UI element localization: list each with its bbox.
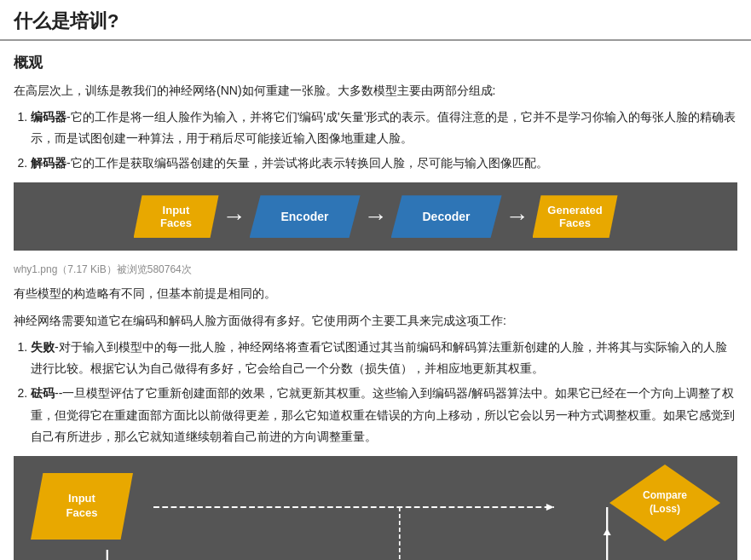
file-info: why1.png（7.17 KiB）被浏览580764次 — [0, 259, 751, 280]
svg-marker-9 — [546, 504, 554, 511]
encoder-item: 编码器-它的工作是将一组人脸作为输入，并将它们'编码'成'矢量'形式的表示。值得… — [31, 107, 737, 149]
loss-label: 失败 — [31, 340, 55, 354]
input-faces-label: Input Faces — [160, 204, 192, 230]
intro-text: 在高层次上，训练是教我们的神经网络(NN)如何重建一张脸。大多数模型主要由两部分… — [0, 81, 751, 101]
section2-text: 神经网络需要知道它在编码和解码人脸方面做得有多好。它使用两个主要工具来完成这项工… — [0, 311, 751, 332]
generated-faces-node: Generated Faces — [533, 195, 618, 238]
encoder-decoder-list: 编码器-它的工作是将一组人脸作为输入，并将它们'编码'成'矢量'形式的表示。值得… — [0, 107, 751, 175]
input-faces-d2-label: Input Faces — [66, 492, 98, 521]
compare-loss-node: Compare (Loss) — [609, 465, 720, 541]
page-title: 什么是培训? — [0, 0, 751, 41]
arrow-1: → — [222, 203, 246, 230]
decoder-label: 解码器 — [31, 156, 66, 170]
input-faces-d2: Input Faces — [31, 473, 133, 540]
weights-item: 砝码--一旦模型评估了它重新创建面部的效果，它就更新其权重。这些输入到编码器/解… — [31, 383, 737, 447]
loss-desc: -对于输入到模型中的每一批人脸，神经网络将查看它试图通过其当前编码和解码算法重新… — [31, 340, 727, 375]
encoder-desc: -它的工作是将一组人脸作为输入，并将它们'编码'成'矢量'形式的表示。值得注意的… — [31, 110, 736, 145]
diagram-horizontal: Input Faces → Encoder → Decoder → Genera… — [14, 182, 737, 251]
arrow-3: → — [505, 203, 529, 230]
encoder-label-1: Encoder — [280, 210, 328, 223]
diagram-complex: Input Faces Compare (Loss) Encoder Decod… — [14, 456, 737, 560]
svg-marker-7 — [604, 528, 611, 535]
input-faces-node: Input Faces — [134, 195, 219, 238]
decoder-node-1: Decoder — [391, 195, 502, 238]
note-text: 有些模型的构造略有不同，但基本前提是相同的。 — [0, 284, 751, 304]
arrow-2: → — [364, 203, 388, 230]
loss-item: 失败-对于输入到模型中的每一批人脸，神经网络将查看它试图通过其当前编码和解码算法… — [31, 337, 737, 379]
decoder-label-1: Decoder — [422, 210, 470, 223]
generated-faces-label: Generated Faces — [547, 204, 602, 230]
compare-label: Compare (Loss) — [643, 489, 687, 516]
encoder-label: 编码器 — [31, 110, 66, 124]
decoder-item: 解码器-它的工作是获取编码器创建的矢量，并尝试将此表示转换回人脸，尽可能与输入图… — [31, 153, 737, 174]
weights-label: 砝码 — [31, 386, 55, 400]
encoder-node-1: Encoder — [250, 195, 361, 238]
decoder-desc: -它的工作是获取编码器创建的矢量，并尝试将此表示转换回人脸，尽可能与输入图像匹配… — [66, 156, 548, 170]
section-overview-title: 概观 — [0, 49, 751, 76]
loss-weights-list: 失败-对于输入到模型中的每一批人脸，神经网络将查看它试图通过其当前编码和解码算法… — [0, 337, 751, 447]
weights-desc: --一旦模型评估了它重新创建面部的效果，它就更新其权重。这些输入到编码器/解码器… — [31, 386, 735, 442]
